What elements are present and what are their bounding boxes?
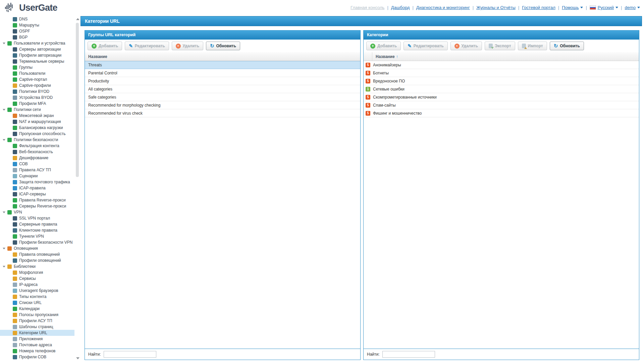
sidebar-item-calendars[interactable]: Календари: [0, 306, 74, 312]
sidebar-item-scada-rules[interactable]: Правила АСУ ТП: [0, 167, 74, 173]
sidebar-item-libraries[interactable]: Библиотеки: [0, 263, 74, 269]
sidebar-item-icap-servers[interactable]: ICAP-серверы: [0, 191, 74, 197]
sidebar-item-dns[interactable]: DNS: [0, 16, 74, 22]
nav-diagnostics[interactable]: Диагностика и мониторинг: [416, 5, 470, 10]
sidebar-item-notification-profiles[interactable]: Профили оповещений: [0, 257, 74, 263]
sidebar-item-services[interactable]: Сервисы: [0, 276, 74, 282]
categories-import-button[interactable]: Импорт: [518, 42, 547, 50]
nav-guest-portal[interactable]: Гостевой портал: [522, 5, 555, 10]
sidebar-item-security-policies[interactable]: Политики безопасности: [0, 137, 74, 143]
table-row[interactable]: Parental Control: [85, 69, 360, 77]
table-row[interactable]: All categories: [85, 85, 360, 93]
sidebar-item-load-balancing[interactable]: Балансировка нагрузки: [0, 125, 74, 131]
sidebar-item-phone-numbers[interactable]: Номера телефонов: [0, 348, 74, 354]
table-row[interactable]: Threats: [85, 61, 360, 69]
sidebar-item-users[interactable]: Пользователи: [0, 70, 74, 76]
nav-help[interactable]: Помощь: [562, 5, 583, 10]
sidebar-item-captive-portal[interactable]: Captive-портал: [0, 76, 74, 82]
table-row[interactable]: Productivity: [85, 77, 360, 85]
sidebar-item-ips-profiles[interactable]: Профили СОВ: [0, 354, 74, 360]
categories-delete-button[interactable]: ×Удалить: [450, 42, 482, 50]
table-row[interactable]: 5Ботнеты: [364, 69, 639, 77]
categories-edit-button[interactable]: ✎Редактировать: [404, 42, 447, 50]
sidebar-item-firewall[interactable]: Межсетевой экран: [0, 113, 74, 119]
url-groups-refresh-button[interactable]: ↻Обновить: [206, 42, 240, 50]
sidebar-item-bandwidth-pools[interactable]: Полосы пропускания: [0, 312, 74, 318]
url-groups-grid-header[interactable]: Название: [85, 52, 360, 61]
sidebar-item-web-security[interactable]: Веб-безопасность: [0, 149, 74, 155]
scroll-down-icon[interactable]: [76, 357, 79, 359]
sidebar-item-notifications[interactable]: Оповещения: [0, 245, 74, 251]
sidebar-item-client-rules[interactable]: Клиентские правила: [0, 227, 74, 233]
categories-refresh-button[interactable]: ↻Обновить: [550, 42, 584, 50]
sidebar-item-content-types[interactable]: Типы контента: [0, 294, 74, 300]
categories-add-button[interactable]: +Добавить: [366, 42, 401, 50]
sidebar-item-scada-profiles[interactable]: Профили АСУ ТП: [0, 318, 74, 324]
sidebar-item-auth-profiles[interactable]: Профили авторизации: [0, 52, 74, 58]
sidebar-item-ip-addresses[interactable]: IP-адреса: [0, 282, 74, 288]
table-row[interactable]: 5Фишинг и мошенничество: [364, 109, 639, 117]
sidebar-item-server-rules[interactable]: Серверные правила: [0, 221, 74, 227]
table-row[interactable]: Safe categories: [85, 93, 360, 101]
table-row[interactable]: 5Вредоносное ПО: [364, 77, 639, 85]
nav-logs-reports[interactable]: Журналы и Отчёты: [476, 5, 516, 10]
table-row[interactable]: Recommended for virus check: [85, 109, 360, 117]
categories-export-button[interactable]: Экспорт: [485, 42, 515, 50]
sidebar-item-captive-profiles[interactable]: Captive-профили: [0, 82, 74, 88]
sidebar-item-reverse-proxy-rules[interactable]: Правила Reverse-прокси: [0, 197, 74, 203]
sidebar-item-scenarios[interactable]: Сценарии: [0, 173, 74, 179]
sidebar-item-mail-security[interactable]: Защита почтового трафика: [0, 179, 74, 185]
sidebar-item-label: Клиентские правила: [19, 228, 57, 233]
nav-dashboard[interactable]: Дашборд: [391, 5, 410, 10]
sidebar-item-byod-policies[interactable]: Политики BYOD: [0, 88, 74, 95]
sidebar-item-notification-rules[interactable]: Правила оповещений: [0, 251, 74, 257]
sidebar-item-useragents[interactable]: Useragent браузеров: [0, 288, 74, 294]
url-groups-add-button[interactable]: +Добавить: [88, 42, 122, 50]
scrollbar-thumb[interactable]: [76, 23, 79, 177]
scroll-up-icon[interactable]: [76, 18, 79, 20]
sidebar-item-bandwidth[interactable]: Пропускная способность: [0, 131, 74, 137]
sidebar-item-byod-devices[interactable]: Устройства BYOD: [0, 95, 74, 101]
table-row[interactable]: 1Сетевые ошибки: [364, 85, 639, 93]
sidebar-item-vpn[interactable]: VPN: [0, 209, 74, 215]
sidebar-item-vpn-tunnels[interactable]: Туннели VPN: [0, 233, 74, 239]
sidebar-item-routes[interactable]: Маршруты: [0, 22, 74, 28]
sidebar-item-ips[interactable]: СОВ: [0, 161, 74, 167]
sidebar-item-page-templates[interactable]: Шаблоны страниц: [0, 324, 74, 330]
sidebar-item-users-devices[interactable]: Пользователи и устройства: [0, 40, 74, 46]
table-row[interactable]: 5Спам-сайты: [364, 101, 639, 109]
sidebar-item-icap-rules[interactable]: ICAP-правила: [0, 185, 74, 191]
url-groups-delete-button[interactable]: ×Удалить: [172, 42, 203, 50]
sidebar-item-ospf[interactable]: OSPF: [0, 28, 74, 34]
sidebar-item-morphology[interactable]: Морфология: [0, 269, 74, 276]
sidebar-item-nat-routing[interactable]: NAT и маршрутизация: [0, 119, 74, 125]
sidebar-item-decryption[interactable]: Дешифрование: [0, 155, 74, 161]
nav-language[interactable]: Русский: [590, 5, 618, 10]
sidebar-item-label: Правила АСУ ТП: [19, 168, 51, 172]
table-row[interactable]: Recommended for morphology checking: [85, 101, 360, 109]
nav-main-console[interactable]: Главная консоль: [351, 5, 384, 10]
sidebar-item-vpn-security-profiles[interactable]: Профили безопасности VPN: [0, 239, 74, 245]
sidebar-item-reverse-proxy-servers[interactable]: Серверы Reverse-прокси: [0, 203, 74, 209]
sidebar-item-content-filtering[interactable]: Фильтрация контента: [0, 143, 74, 149]
sidebar-scrollbar[interactable]: [75, 17, 79, 361]
sidebar-item-label: BGP: [19, 35, 28, 40]
sidebar-item-applications[interactable]: Приложения: [0, 336, 74, 342]
sidebar-item-mfa-profiles[interactable]: Профили MFA: [0, 101, 74, 107]
categories-grid-header[interactable]: Название ↑: [364, 52, 639, 61]
sidebar-item-terminal-servers[interactable]: Терминальные серверы: [0, 58, 74, 64]
sidebar-item-ssl-vpn-portal[interactable]: SSL VPN портал: [0, 215, 74, 221]
sidebar-item-bgp[interactable]: BGP: [0, 34, 74, 40]
sidebar-item-groups[interactable]: Группы: [0, 64, 74, 70]
sidebar-item-email-addresses[interactable]: Почтовые адреса: [0, 342, 74, 348]
table-row[interactable]: 5Скомпрометированные источники: [364, 93, 639, 101]
url-groups-search-input[interactable]: [104, 351, 156, 358]
sidebar-item-url-categories[interactable]: Категории URL: [0, 330, 74, 336]
sidebar-item-url-lists[interactable]: Списки URL: [0, 300, 74, 306]
table-row[interactable]: 5Анонимайзеры: [364, 61, 639, 69]
nav-user-menu[interactable]: demo: [625, 5, 640, 10]
sidebar-item-network-policies[interactable]: Политики сети: [0, 107, 74, 113]
categories-search-input[interactable]: [382, 351, 435, 358]
url-groups-edit-button[interactable]: ✎Редактировать: [125, 42, 169, 50]
sidebar-item-auth-servers[interactable]: Серверы авторизации: [0, 46, 74, 52]
